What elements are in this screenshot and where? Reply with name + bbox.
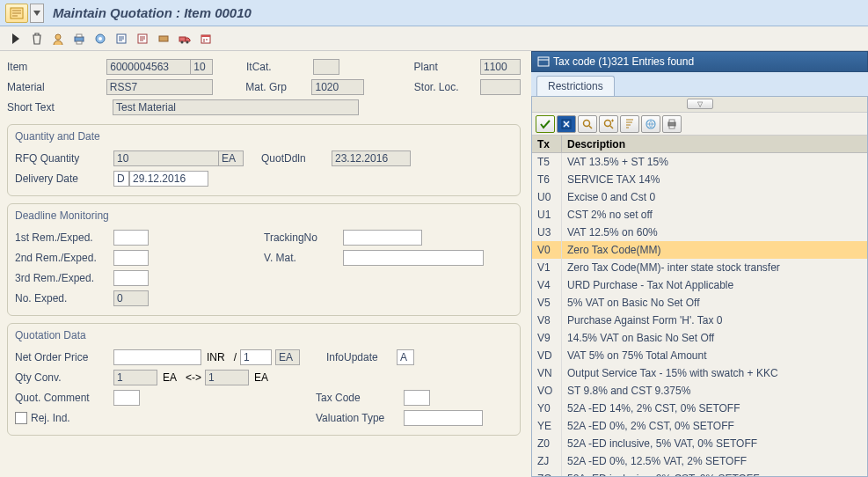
rfq-uom-field[interactable] xyxy=(219,150,244,166)
list-item-desc: Output Service Tax - 15% with swatch + K… xyxy=(562,364,867,382)
svg-rect-22 xyxy=(669,126,675,128)
rfq-label: RFQ Quantity xyxy=(15,152,113,165)
list-item-code: Y0 xyxy=(532,400,562,417)
itcat-field[interactable] xyxy=(313,59,339,75)
list-item-desc: Zero Tax Code(MM) xyxy=(562,241,867,259)
list-item-code: ZQ xyxy=(532,470,562,476)
shorttext-label: Short Text xyxy=(7,101,113,114)
qtyconv-arrow: <-> xyxy=(182,371,205,384)
col-tx-header[interactable]: Tx xyxy=(532,136,562,152)
quotcomment-label: Quot. Comment xyxy=(15,392,113,404)
qtyconv1-field[interactable] xyxy=(113,370,157,385)
user-icon[interactable] xyxy=(49,30,67,48)
rejind-checkbox[interactable] xyxy=(15,412,27,424)
list-item-desc: 52A -ED inclusive, 5% VAT, 0% SETOFF xyxy=(562,435,867,452)
list-item[interactable]: VOST 9.8% and CST 9.375% xyxy=(532,382,867,400)
item-label: Item xyxy=(7,61,106,73)
app-menu-dropdown[interactable] xyxy=(30,4,44,23)
list-item[interactable]: U1CST 2% no set off xyxy=(532,206,867,224)
list-item-desc: VAT 5% on 75% Total Amount xyxy=(562,347,867,364)
priceunit-field[interactable] xyxy=(240,349,272,365)
col-desc-header[interactable]: Description xyxy=(562,136,867,152)
delivtype-field[interactable] xyxy=(113,171,129,187)
chevron-down-icon: ▽ xyxy=(687,99,713,109)
list-item-code: V8 xyxy=(532,312,562,329)
delivdate-label: Delivery Date xyxy=(15,172,113,185)
taxcode-field[interactable] xyxy=(404,390,430,406)
list-item-desc: Zero Tax Code(MM)- inter state stock tra… xyxy=(562,259,867,276)
print-list-button[interactable] xyxy=(662,115,682,133)
rem3-field[interactable] xyxy=(113,270,149,286)
vmat-field[interactable] xyxy=(343,250,484,266)
overview-icon[interactable] xyxy=(91,30,109,48)
list-item[interactable]: V8Purchase Against Form 'H'. Tax 0 xyxy=(532,312,867,329)
list-item[interactable]: V4URD Purchase - Tax Not Applicable xyxy=(532,276,867,294)
quotcomment-field[interactable] xyxy=(113,390,140,406)
sort-button[interactable] xyxy=(620,115,639,133)
list-item[interactable]: VDVAT 5% on 75% Total Amount xyxy=(532,347,867,364)
app-icon[interactable] xyxy=(5,4,28,23)
list-item[interactable]: V55% VAT on Basic No Set Off xyxy=(532,294,867,312)
list-item[interactable]: U3VAT 12.5% on 60% xyxy=(532,224,867,241)
list-item[interactable]: ZQ52A -ED inclusive, 2% CST, 0% SETOFF xyxy=(532,470,867,476)
list-item[interactable]: T6SERVICE TAX 14% xyxy=(532,171,867,188)
deadline-title: Deadline Monitoring xyxy=(15,208,513,224)
rem2-field[interactable] xyxy=(113,250,149,266)
dialog-title-bar[interactable]: Tax code (1) 321 Entries found xyxy=(531,51,868,72)
valtype-field[interactable] xyxy=(404,410,483,426)
tracking-field[interactable] xyxy=(343,230,422,246)
tracking-label: TrackingNo xyxy=(264,231,343,244)
list-item[interactable]: V0Zero Tax Code(MM) xyxy=(532,241,867,259)
list-item-code: VO xyxy=(532,382,562,400)
list-item[interactable]: V914.5% VAT on Basic No Set Off xyxy=(532,329,867,347)
netorderprice-field[interactable] xyxy=(113,349,201,365)
list-item[interactable]: V1Zero Tax Code(MM)- inter state stock t… xyxy=(532,259,867,276)
execute-button[interactable] xyxy=(7,30,25,48)
delete-button[interactable] xyxy=(28,30,46,48)
list-item[interactable]: VNOutput Service Tax - 15% with swatch +… xyxy=(532,364,867,382)
accept-button[interactable] xyxy=(536,115,555,133)
personal-values-button[interactable] xyxy=(641,115,660,133)
rem1-field[interactable] xyxy=(113,230,149,246)
new-search-button[interactable] xyxy=(557,115,576,133)
rem1-label: 1st Rem./Exped. xyxy=(15,231,113,244)
find-next-button[interactable] xyxy=(599,115,618,133)
find-button[interactable] xyxy=(578,115,597,133)
list-item[interactable]: Z052A -ED inclusive, 5% VAT, 0% SETOFF xyxy=(532,435,867,452)
svg-rect-4 xyxy=(77,41,82,44)
list-item-desc: ST 9.8% and CST 9.375% xyxy=(562,382,867,400)
material-field[interactable] xyxy=(106,79,213,95)
conditions-icon[interactable] xyxy=(155,30,172,48)
list-item[interactable]: U0Excise 0 and Cst 0 xyxy=(532,188,867,206)
quotddln-field[interactable] xyxy=(332,150,411,166)
texts-icon[interactable] xyxy=(134,30,151,48)
storloc-field[interactable] xyxy=(480,79,521,95)
print-icon[interactable] xyxy=(70,30,88,48)
delivdate-field[interactable] xyxy=(129,171,208,187)
noexped-field[interactable] xyxy=(113,290,149,306)
details-icon[interactable] xyxy=(113,30,130,48)
rfq-field[interactable] xyxy=(113,150,219,166)
list-item[interactable]: T5VAT 13.5% + ST 15% xyxy=(532,153,867,171)
list-item-desc: 5% VAT on Basic No Set Off xyxy=(562,294,867,312)
currency-label: INR xyxy=(201,351,230,363)
qtyconv2-field[interactable] xyxy=(205,370,249,385)
priceuom-field[interactable] xyxy=(275,349,300,365)
list-item[interactable]: Y052A -ED 14%, 2% CST, 0% SETOFF xyxy=(532,400,867,417)
tab-restrictions[interactable]: Restrictions xyxy=(536,76,615,96)
list-item[interactable]: ZJ52A -ED 0%, 12.5% VAT, 2% SETOFF xyxy=(532,452,867,470)
item-field[interactable] xyxy=(106,59,191,75)
delivery-icon[interactable] xyxy=(176,30,193,48)
schedule-icon[interactable] xyxy=(197,30,215,48)
shorttext-field[interactable] xyxy=(113,99,359,115)
matgrp-field[interactable] xyxy=(311,79,364,95)
dialog-title-2: 321 Entries found xyxy=(611,55,694,68)
subitem-field[interactable] xyxy=(191,59,213,75)
dialog-expander[interactable]: ▽ xyxy=(532,97,867,113)
page-title: Maintain Quotation : Item 00010 xyxy=(53,5,252,20)
infoupdate-field[interactable] xyxy=(397,349,414,365)
dialog-list[interactable]: T5VAT 13.5% + ST 15%T6SERVICE TAX 14%U0E… xyxy=(532,153,867,476)
rem3-label: 3rd Rem./Exped. xyxy=(15,272,113,284)
plant-field[interactable] xyxy=(480,59,521,75)
list-item[interactable]: YE52A -ED 0%, 2% CST, 0% SETOFF xyxy=(532,417,867,435)
